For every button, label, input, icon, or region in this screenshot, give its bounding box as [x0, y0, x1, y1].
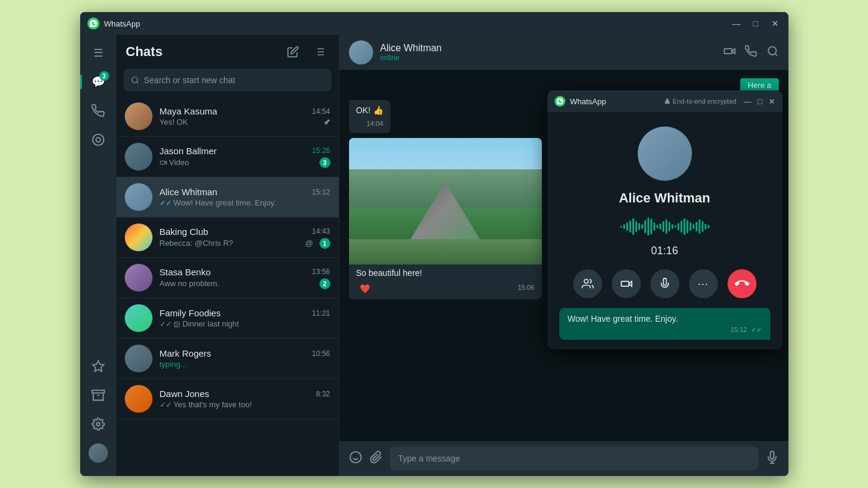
more-options-button[interactable]: ⋯	[689, 269, 718, 298]
avatar-stasa	[125, 264, 153, 292]
call-body: Alice Whitman 01:16	[547, 112, 782, 349]
avatar-mark	[125, 345, 153, 372]
chat-info-dawn: Dawn Jones 8:32 ✓✓ Yes that's my fave to…	[160, 389, 330, 409]
voice-message-button[interactable]	[766, 451, 779, 467]
chat-header-info: Alice Whitman online	[380, 43, 723, 62]
chat-header-avatar[interactable]	[349, 40, 373, 64]
waveform-bar	[650, 219, 652, 234]
close-button[interactable]: ✕	[769, 19, 781, 28]
avatar-baking	[125, 224, 153, 251]
mute-button[interactable]	[650, 269, 679, 298]
sidebar-chats-icon[interactable]: 💬 3	[85, 69, 112, 95]
titlebar-controls: — □ ✕	[731, 19, 781, 28]
chat-item-dawn[interactable]: Dawn Jones 8:32 ✓✓ Yes that's my fave to…	[116, 379, 339, 419]
svg-point-21	[350, 451, 360, 462]
svg-point-13	[131, 77, 137, 83]
sidebar-top: ☰ 💬 3	[85, 40, 112, 353]
media-caption: So beautiful here!	[349, 264, 542, 280]
sidebar-calls-icon[interactable]	[85, 98, 112, 124]
message-reaction: ❤️	[356, 283, 374, 295]
chat-header: Alice Whitman online	[339, 35, 788, 70]
message-media: So beautiful here! ❤️ 15:06	[349, 138, 542, 299]
whatsapp-logo-icon	[87, 17, 99, 30]
waveform-bar	[638, 223, 640, 230]
svg-point-28	[584, 280, 588, 284]
sidebar-settings-icon[interactable]	[85, 411, 112, 437]
emoji-button[interactable]	[349, 451, 362, 467]
user-avatar[interactable]	[85, 440, 112, 466]
chat-item-mark[interactable]: Mark Rogers 10:56 typing...	[116, 339, 339, 379]
maximize-button[interactable]: □	[750, 19, 762, 28]
chat-info-jason: Jason Ballmer 15:26 Video 3	[160, 146, 330, 168]
svg-rect-4	[92, 390, 104, 393]
waveform-bar	[696, 222, 697, 231]
participants-button[interactable]	[573, 269, 602, 298]
waveform-bar	[635, 221, 637, 232]
filter-button[interactable]	[310, 42, 329, 61]
sidebar-bottom	[85, 353, 112, 471]
chat-item-jason[interactable]: Jason Ballmer 15:26 Video 3	[116, 137, 339, 177]
chat-item-stasa[interactable]: Stasa Benko 13:56 Aww no problem. 2	[116, 258, 339, 298]
lock-icon	[664, 98, 670, 104]
call-titlebar: WhatsApp End-to-end encrypted — □ ✕	[547, 90, 782, 112]
sidebar-status-icon[interactable]	[85, 127, 112, 153]
here-label: Here a	[740, 80, 778, 90]
call-close-button[interactable]: ✕	[769, 97, 775, 106]
call-waveform	[620, 216, 709, 237]
chat-input-bar	[339, 441, 788, 476]
image-icon	[174, 321, 180, 328]
new-chat-button[interactable]	[283, 42, 303, 61]
waveform-bar	[629, 221, 631, 233]
audio-call-button[interactable]	[745, 45, 757, 60]
chat-item-family[interactable]: Family Foodies 11:21 ✓✓ Dinner last nigh…	[116, 298, 339, 339]
chat-header-name: Alice Whitman	[380, 43, 723, 54]
call-title: WhatsApp	[570, 97, 664, 106]
sidebar-menu-icon[interactable]: ☰	[85, 40, 112, 66]
svg-point-1	[92, 134, 103, 145]
search-chat-button[interactable]	[767, 45, 779, 60]
chat-item-maya[interactable]: Maya Kasuma 14:54 Yes! OK	[116, 96, 339, 137]
app-window: WhatsApp — □ ✕ ☰ 💬 3	[80, 12, 788, 476]
waveform-bar	[665, 219, 667, 234]
call-maximize-button[interactable]: □	[758, 97, 763, 106]
video-call-button[interactable]	[723, 45, 735, 60]
video-toggle-button[interactable]	[612, 269, 641, 298]
waveform-bar	[647, 217, 649, 236]
waveform-bar	[705, 224, 706, 230]
waveform-bar	[702, 221, 703, 232]
search-box[interactable]	[124, 69, 332, 92]
chat-item-baking[interactable]: Baking Club 14:43 Rebecca: @Chris R? @ 1	[116, 217, 339, 258]
call-last-message: Wow! Have great time. Enjoy. 15:12 ✓✓	[559, 308, 770, 340]
svg-rect-14	[160, 161, 165, 164]
sidebar-archived-icon[interactable]	[85, 382, 112, 408]
chat-list-panel: Chats	[116, 35, 339, 476]
chat-info-stasa: Stasa Benko 13:56 Aww no problem. 2	[160, 267, 330, 289]
chat-info-baking: Baking Club 14:43 Rebecca: @Chris R? @ 1	[160, 227, 330, 249]
svg-rect-18	[724, 48, 732, 53]
call-timer: 01:16	[651, 245, 678, 257]
minimize-button[interactable]: —	[731, 19, 743, 28]
title-bar: WhatsApp — □ ✕	[80, 12, 788, 35]
attach-button[interactable]	[370, 451, 383, 467]
unread-badge-stasa: 2	[319, 278, 330, 289]
call-whatsapp-logo	[555, 96, 565, 107]
waveform-bar	[659, 224, 661, 230]
svg-rect-29	[621, 281, 629, 286]
call-minimize-button[interactable]: —	[744, 97, 752, 106]
chat-list-actions	[283, 42, 329, 61]
waveform-bar	[641, 224, 643, 229]
message-input[interactable]	[390, 446, 758, 471]
waveform-bar	[699, 219, 700, 234]
chat-header-actions	[723, 45, 779, 60]
waveform-bar	[632, 218, 634, 235]
unread-badge-baking: 1	[319, 238, 330, 249]
sidebar-starred-icon[interactable]	[85, 353, 112, 380]
svg-rect-27	[665, 101, 670, 104]
chat-item-alice[interactable]: Alice Whitman 15:12 ✓✓ Wow! Have great t…	[116, 177, 339, 217]
waveform-bar	[687, 220, 688, 233]
end-call-button[interactable]	[728, 269, 756, 298]
video-icon	[160, 159, 167, 166]
svg-point-2	[96, 137, 100, 142]
search-input[interactable]	[144, 75, 324, 85]
avatar-maya	[125, 102, 153, 130]
